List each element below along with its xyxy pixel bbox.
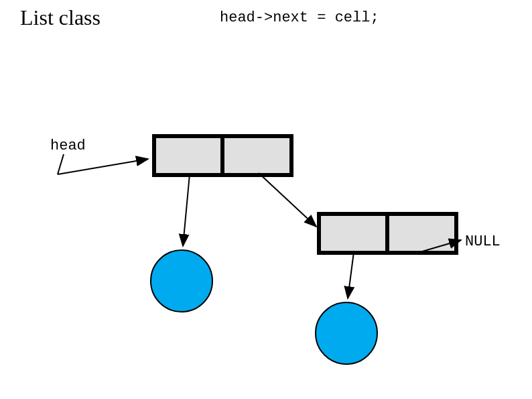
data-circle-2	[316, 302, 377, 364]
node1-next-arrow	[259, 173, 316, 227]
head-arrow	[58, 159, 148, 174]
head-label-line	[58, 154, 64, 174]
diagram-svg	[0, 0, 532, 399]
node2-data-arrow	[348, 252, 354, 298]
node-1	[154, 136, 291, 175]
data-circle-1	[151, 250, 212, 312]
node1-data-arrow	[183, 174, 190, 246]
